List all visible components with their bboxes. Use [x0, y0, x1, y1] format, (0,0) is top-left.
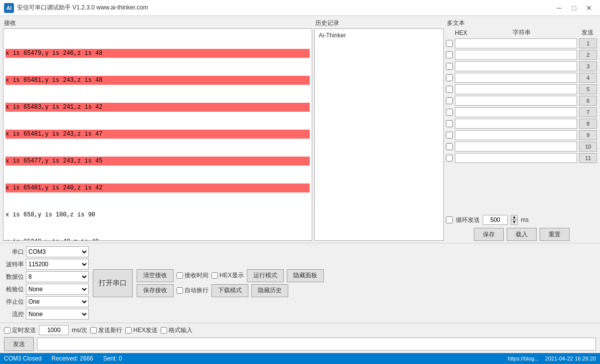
- mt-input-5[interactable]: [455, 84, 577, 94]
- clear-recv-button[interactable]: 清空接收: [137, 269, 174, 282]
- mt-row-10: 10: [446, 141, 597, 152]
- recv-area[interactable]: x is 65479,y is 246,z is 48 x is 65481,y…: [3, 28, 312, 241]
- mt-input-10[interactable]: [455, 142, 577, 152]
- mt-send-btn-4[interactable]: 4: [579, 73, 597, 83]
- mt-input-9[interactable]: [455, 130, 577, 140]
- mt-input-4[interactable]: [455, 73, 577, 83]
- hex-send-checkbox[interactable]: [125, 327, 132, 334]
- baud-row: 波特率 115200 9600 19200 38400 57600: [4, 259, 89, 270]
- close-button[interactable]: ✕: [582, 3, 596, 13]
- serial-select[interactable]: COM3 COM1 COM2 COM4: [26, 246, 89, 257]
- flowctrl-label: 流控: [4, 310, 24, 319]
- hex-send-check[interactable]: HEX发送: [125, 326, 158, 335]
- mt-check-6[interactable]: [446, 97, 453, 104]
- mt-check-3[interactable]: [446, 63, 453, 70]
- mt-send-btn-11[interactable]: 11: [579, 153, 597, 163]
- timed-send-ms-input[interactable]: [39, 325, 69, 335]
- recv-time-checkbox[interactable]: [177, 272, 183, 279]
- mt-check-1[interactable]: [446, 40, 453, 47]
- mt-check-5[interactable]: [446, 86, 453, 93]
- hide-history-button[interactable]: 隐藏历史: [251, 284, 288, 297]
- timed-send-checkbox[interactable]: [4, 327, 10, 334]
- window-controls: ─ □ ✕: [552, 3, 596, 13]
- recv-highlighted-line-5: x is 65477,y is 243,z is 45: [5, 157, 310, 166]
- run-mode-button[interactable]: 运行模式: [247, 269, 284, 282]
- mt-row-2: 2: [446, 49, 597, 60]
- loop-spin-up[interactable]: ▲: [511, 215, 518, 220]
- serial-label: 串口: [4, 248, 24, 256]
- maximize-button[interactable]: □: [567, 3, 581, 13]
- send-newline-checkbox[interactable]: [90, 327, 97, 334]
- mt-send-btn-10[interactable]: 10: [579, 142, 597, 152]
- recv-time-check[interactable]: 接收时间: [177, 271, 208, 280]
- recv-line-8: x is 65248,y is 48,z is 48: [5, 237, 310, 241]
- format-input-checkbox[interactable]: [161, 327, 167, 334]
- mt-row-9: 9: [446, 130, 597, 141]
- mt-send-btn-9[interactable]: 9: [579, 130, 597, 140]
- auto-wrap-check[interactable]: 自动换行: [177, 286, 208, 295]
- open-port-button[interactable]: 打开串口: [93, 269, 133, 297]
- baud-select[interactable]: 115200 9600 19200 38400 57600: [26, 259, 89, 270]
- mt-send-btn-5[interactable]: 5: [579, 84, 597, 94]
- hide-panel-button[interactable]: 隐藏面板: [287, 269, 324, 282]
- mt-check-10[interactable]: [446, 143, 453, 150]
- mt-save-button[interactable]: 保存: [474, 228, 504, 241]
- mt-reset-button[interactable]: 重置: [540, 228, 570, 241]
- mt-check-4[interactable]: [446, 74, 453, 81]
- mt-send-btn-3[interactable]: 3: [579, 61, 597, 71]
- mt-check-7[interactable]: [446, 109, 453, 116]
- loop-send-checkbox[interactable]: [446, 216, 453, 223]
- mt-col-hex: HEX: [455, 29, 465, 36]
- timed-send-label: 定时发送: [12, 326, 36, 335]
- mt-input-8[interactable]: [455, 119, 577, 129]
- mt-input-7[interactable]: [455, 107, 577, 117]
- mt-load-button[interactable]: 载入: [507, 228, 537, 241]
- mt-input-11[interactable]: [455, 153, 577, 163]
- databit-select[interactable]: 8 5 6 7: [26, 271, 89, 282]
- history-item-1[interactable]: Ai-Thinker: [317, 31, 441, 40]
- download-mode-button[interactable]: 下载模式: [211, 284, 248, 297]
- save-recv-button[interactable]: 保存接收: [137, 284, 174, 297]
- history-panel-label: 历史记录: [314, 19, 444, 27]
- checkbit-select[interactable]: None Odd Even: [26, 284, 89, 295]
- stopbit-row: 停止位 One Two: [4, 296, 89, 307]
- send-newline-check[interactable]: 发送新行: [90, 326, 122, 335]
- loop-send-input[interactable]: [483, 215, 508, 225]
- status-link: https://blog...: [508, 356, 539, 362]
- flowctrl-select[interactable]: None RTS/CTS XON/XOFF: [26, 309, 89, 320]
- send-button[interactable]: 发送: [4, 337, 34, 351]
- send-input[interactable]: [37, 338, 596, 351]
- mt-row-6: 6: [446, 95, 597, 106]
- hex-display-check[interactable]: HEX显示: [211, 271, 244, 280]
- multitext-panel: 多文本 HEX 字符串 发送 1 2: [446, 19, 597, 241]
- mt-check-11[interactable]: [446, 155, 453, 162]
- auto-wrap-checkbox[interactable]: [177, 287, 183, 294]
- mt-check-9[interactable]: [446, 132, 453, 139]
- mt-send-btn-1[interactable]: 1: [579, 38, 597, 48]
- mt-input-1[interactable]: [455, 38, 577, 48]
- mt-row-5: 5: [446, 84, 597, 95]
- mt-input-6[interactable]: [455, 96, 577, 106]
- send-top-row: 定时发送 ms/次 发送新行 HEX发送 格式输入: [4, 325, 596, 335]
- mt-send-btn-6[interactable]: 6: [579, 96, 597, 106]
- mt-check-2[interactable]: [446, 51, 453, 58]
- mt-send-btn-7[interactable]: 7: [579, 107, 597, 117]
- loop-spinner: ▲ ▼: [511, 215, 518, 225]
- mt-input-2[interactable]: [455, 50, 577, 60]
- recv-highlighted-line-4: x is 65481,y is 243,z is 47: [5, 130, 310, 139]
- loop-spin-down[interactable]: ▼: [511, 220, 518, 225]
- history-area[interactable]: Ai-Thinker: [314, 28, 444, 241]
- mt-check-8[interactable]: [446, 120, 453, 127]
- mt-input-3[interactable]: [455, 61, 577, 71]
- format-input-check[interactable]: 格式输入: [161, 326, 193, 335]
- stopbit-select[interactable]: One Two: [26, 296, 89, 307]
- format-input-label: 格式输入: [169, 326, 193, 335]
- mt-send-btn-8[interactable]: 8: [579, 119, 597, 129]
- multitext-rows: 1 2 3 4: [446, 38, 597, 212]
- timed-send-unit: ms/次: [72, 326, 87, 335]
- timed-send-check[interactable]: 定时发送: [4, 326, 36, 335]
- mt-send-btn-2[interactable]: 2: [579, 50, 597, 60]
- mt-row-1: 1: [446, 38, 597, 49]
- hex-display-checkbox[interactable]: [211, 272, 218, 279]
- minimize-button[interactable]: ─: [552, 3, 566, 13]
